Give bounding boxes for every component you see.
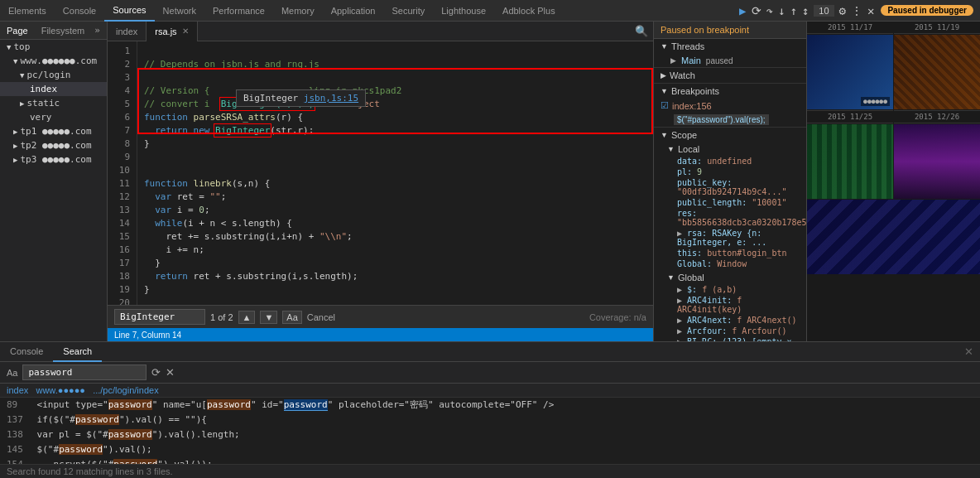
threads-header[interactable]: ▼ Threads <box>654 39 806 54</box>
scope-item-arc4next[interactable]: ▶ ARC4next: f ARC4next() <box>654 315 806 326</box>
refresh-search-btn[interactable]: ⟳ <box>151 366 161 379</box>
settings-icon[interactable]: ⚙ <box>839 4 846 17</box>
local-scope-group[interactable]: ▼ Local <box>654 142 806 156</box>
tree-item-pclogin[interactable]: ▼ pc/login <box>0 68 107 82</box>
arrow-icon: ▶ <box>661 71 666 80</box>
paused-header: Paused on breakpoint <box>654 22 806 39</box>
thread-name: Main <box>681 56 701 65</box>
image-thumb-2 <box>894 35 980 109</box>
page-tab[interactable]: Page <box>0 26 35 36</box>
tree-item-index[interactable]: index <box>0 82 107 96</box>
nav-tab-adblock[interactable]: Adblock Plus <box>494 0 564 22</box>
step-out-btn[interactable]: ↓ <box>778 4 785 17</box>
nav-tab-memory[interactable]: Memory <box>273 0 323 22</box>
step-into-btn[interactable]: ↷ <box>766 4 773 17</box>
breakpoint-checkbox[interactable]: ☑ <box>661 100 669 111</box>
console-tab[interactable]: Console <box>0 342 53 362</box>
scope-item-pl[interactable]: pl: 9 <box>654 167 806 177</box>
nav-tab-elements[interactable]: Elements <box>0 0 55 22</box>
scope-item-rsa[interactable]: ▶ rsa: RSAKey {n: BigInteger, e: ... <box>654 228 806 248</box>
more-source-btn[interactable]: » <box>91 25 103 36</box>
filesystem-tab[interactable]: Filesystem <box>35 26 92 36</box>
breakpoint-expression: $("#password").val(res); <box>674 114 769 125</box>
file-tab-rsa[interactable]: rsa.js ✕ <box>147 22 197 41</box>
nav-tab-performance[interactable]: Performance <box>204 0 273 22</box>
search-in-file-btn[interactable]: 🔍 <box>630 25 653 37</box>
tree-item-top[interactable]: ▼ top <box>0 40 107 54</box>
tree-item-tp1[interactable]: ▶ tp1 ●●●●●.com <box>0 124 107 138</box>
file-tabs: index rsa.js ✕ 🔍 <box>108 22 653 41</box>
code-editor: index rsa.js ✕ 🔍 Bi <box>108 22 653 341</box>
tree-item-tp2[interactable]: ▶ tp2 ●●●●●.com <box>0 138 107 152</box>
pause-resume-btn[interactable]: ▶ <box>739 4 746 17</box>
nav-tab-console[interactable]: Console <box>55 0 104 22</box>
code-lines: // Depends on jsbn.js and rng.js // Vers… <box>137 41 573 305</box>
watch-header[interactable]: ▶ Watch <box>654 68 806 83</box>
nav-tab-lighthouse[interactable]: Lighthouse <box>433 0 494 22</box>
tree-item-tp3[interactable]: ▶ tp3 ●●●●●.com <box>0 152 107 167</box>
scope-item-arcfour[interactable]: ▶ Arcfour: f Arcfour() <box>654 326 806 336</box>
more-icon[interactable]: ⋮ <box>851 4 862 17</box>
tree-label: www.●●●●●●.com <box>20 56 97 66</box>
nav-tab-sources[interactable]: Sources <box>104 0 154 22</box>
arrow-icon: ▼ <box>7 43 11 51</box>
cancel-search-btn[interactable]: Cancel <box>307 312 335 322</box>
global-scope-group[interactable]: ▼ Global <box>654 271 806 284</box>
prev-match-btn[interactable]: ▲ <box>238 311 256 324</box>
search-bottom-input[interactable] <box>22 365 147 380</box>
scope-item-public-length[interactable]: public_length: "10001" <box>654 197 806 208</box>
deactivate-btn[interactable]: ↕ <box>802 4 809 17</box>
tree-item-www[interactable]: ▼ www.●●●●●●.com <box>0 54 107 68</box>
scope-item-res[interactable]: res: "bb5856638dcb3ca0320b178e5..." <box>654 208 806 228</box>
nav-tab-network[interactable]: Network <box>155 0 204 22</box>
close-bottom-panel-btn[interactable]: ✕ <box>958 345 980 358</box>
aa-label: Aa <box>7 368 17 378</box>
search-tab[interactable]: Search <box>53 342 102 362</box>
thread-status: paused <box>706 56 733 65</box>
search-result-138[interactable]: 138 var pl = $("#password").val().length… <box>0 427 980 442</box>
section-label: Watch <box>670 70 695 80</box>
scope-item-dollar[interactable]: ▶ $: f (a,b) <box>654 284 806 295</box>
nav-tab-security[interactable]: Security <box>383 0 433 22</box>
search-result-145[interactable]: 145 $("#password").val(); <box>0 442 980 457</box>
breakpoints-header[interactable]: ▼ Breakpoints <box>654 84 806 99</box>
arrow-icon: ▶ <box>13 156 17 164</box>
breakpoint-location: index:156 <box>672 101 712 111</box>
tree-label: tp1 ●●●●●.com <box>20 126 91 137</box>
scope-group-label: Global <box>678 273 704 282</box>
scope-item-data[interactable]: data: undefined <box>654 156 806 167</box>
search-result-89[interactable]: 89 <input type="password" name="u[passwo… <box>0 398 980 413</box>
search-result-154[interactable]: 154 ...ncrypt($("#password").val()); <box>0 457 980 464</box>
code-line-10: function linebrk(s,n) { <box>144 178 270 189</box>
code-line-14: ret += s.substring(i,i+n) + "\\n"; <box>144 231 353 242</box>
breakpoint-item[interactable]: ☑ index:156 $("#password").val(res); <box>654 99 806 127</box>
step-over-btn[interactable]: ⟳ <box>752 4 761 17</box>
search-result-137[interactable]: 137 if($("#password").val() == ""){ <box>0 413 980 427</box>
match-case-btn[interactable]: Aa <box>282 311 301 324</box>
nav-tab-application[interactable]: Application <box>323 0 384 22</box>
clear-search-btn[interactable]: ✕ <box>166 366 175 379</box>
tree-item-static[interactable]: ▶ static <box>0 96 107 110</box>
arrow-icon: ▶ <box>13 142 17 150</box>
file-tab-close[interactable]: ✕ <box>182 27 189 36</box>
search-bottom-bar: Aa ⟳ ✕ <box>0 362 980 384</box>
coverage-label: Coverage: n/a <box>589 312 646 322</box>
step-btn[interactable]: ↑ <box>790 4 796 17</box>
date-label-2: 2015 11/19 <box>894 22 980 34</box>
tree-item-very[interactable]: very <box>0 110 107 124</box>
scope-item-global[interactable]: Global: Window <box>654 258 806 269</box>
file-tab-index[interactable]: index <box>108 22 147 41</box>
scope-item-public-key[interactable]: public_key: "00df3db924714b9c4..." <box>654 177 806 197</box>
scope-header[interactable]: ▼ Scope <box>654 128 806 142</box>
search-input[interactable] <box>114 309 205 325</box>
scope-item-this[interactable]: this: button#login_btn <box>654 248 806 258</box>
scope-item-arc4init[interactable]: ▶ ARC4init: f ARC4init(key) <box>654 295 806 315</box>
thread-item-main[interactable]: ▶ Main paused <box>654 54 806 67</box>
tree-label: very <box>30 112 52 123</box>
code-line-17: return ret + s.substring(i,s.length); <box>144 271 358 282</box>
code-line-5: function parseSRSA_attrs(r) { <box>144 112 303 123</box>
code-line-16: } <box>144 258 161 268</box>
close-icon[interactable]: ✕ <box>867 4 874 17</box>
top-section: Page Filesystem » ▼ top ▼ www.●●●●●●.com… <box>0 22 980 341</box>
next-match-btn[interactable]: ▼ <box>260 311 277 324</box>
